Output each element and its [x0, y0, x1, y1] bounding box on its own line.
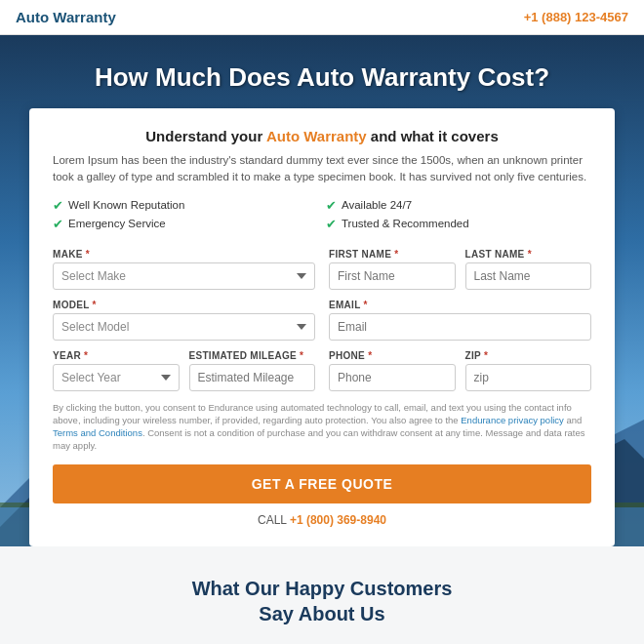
call-section: CALL +1 (800) 369-8940: [53, 513, 591, 527]
consent-text: By clicking the button, you consent to E…: [53, 401, 591, 453]
make-field: MAKE * Select Make: [53, 249, 315, 290]
features-col-right: ✔ Available 24/7 ✔ Trusted & Recommended: [326, 198, 591, 235]
call-number[interactable]: +1 (800) 369-8940: [290, 513, 386, 527]
name-row: FIRST NAME * LAST NAME *: [329, 249, 591, 290]
feature-label-2: Emergency Service: [68, 218, 166, 229]
feature-item-2: ✔ Emergency Service: [53, 217, 318, 231]
mileage-field: ESTIMATED MILEAGE *: [189, 350, 316, 391]
first-name-label: FIRST NAME *: [329, 249, 456, 260]
year-label: YEAR *: [53, 350, 180, 361]
get-quote-button[interactable]: GET A FREE QUOTE: [53, 464, 591, 503]
zip-field: ZIP *: [465, 350, 592, 391]
feature-label-3: Available 24/7: [342, 199, 412, 211]
last-name-label: LAST NAME *: [465, 249, 592, 260]
logo: Auto Warranty: [16, 9, 116, 25]
first-name-field: FIRST NAME *: [329, 249, 456, 290]
check-icon-2: ✔: [53, 217, 63, 231]
email-input[interactable]: [329, 313, 591, 341]
year-mileage-row: YEAR * Select Year ESTIMATED MILEAGE *: [53, 350, 315, 391]
check-icon-1: ✔: [53, 198, 63, 213]
last-name-field: LAST NAME *: [465, 249, 592, 290]
features-list: ✔ Well Known Reputation ✔ Emergency Serv…: [53, 198, 591, 235]
year-select[interactable]: Select Year: [53, 364, 180, 391]
email-label: EMAIL *: [329, 300, 591, 310]
form-right-col: FIRST NAME * LAST NAME *: [329, 249, 591, 401]
testimonials-section: What Our Happy CustomersSay About Us ★ ★…: [0, 546, 644, 644]
make-row: MAKE * Select Make: [53, 249, 315, 290]
year-field: YEAR * Select Year: [53, 350, 180, 391]
email-row: EMAIL *: [329, 300, 591, 341]
last-name-input[interactable]: [465, 262, 592, 290]
phone-field: PHONE *: [329, 350, 456, 391]
make-label: MAKE *: [53, 249, 315, 260]
terms-link[interactable]: Terms and Conditions: [53, 427, 142, 438]
hero-title: How Much Does Auto Warranty Cost?: [95, 62, 549, 93]
testimonials-title: What Our Happy CustomersSay About Us: [29, 576, 615, 626]
hero-section: How Much Does Auto Warranty Cost? Unders…: [0, 35, 644, 546]
feature-label-1: Well Known Reputation: [68, 199, 184, 211]
mileage-input[interactable]: [189, 364, 316, 391]
model-row: MODEL * Select Model: [53, 300, 315, 341]
make-select[interactable]: Select Make: [53, 262, 315, 290]
feature-item-1: ✔ Well Known Reputation: [53, 198, 318, 213]
quote-form-card: Understand your Auto Warranty and what i…: [29, 108, 615, 546]
zip-label: ZIP *: [465, 350, 592, 361]
feature-item-3: ✔ Available 24/7: [326, 198, 591, 213]
features-col-left: ✔ Well Known Reputation ✔ Emergency Serv…: [53, 198, 318, 235]
form-card-title: Understand your Auto Warranty and what i…: [53, 128, 591, 144]
feature-label-4: Trusted & Recommended: [342, 218, 469, 229]
first-name-input[interactable]: [329, 262, 456, 290]
header-phone[interactable]: +1 (888) 123-4567: [524, 10, 628, 24]
phone-zip-row: PHONE * ZIP *: [329, 350, 591, 391]
email-field: EMAIL *: [329, 300, 591, 341]
header: Auto Warranty +1 (888) 123-4567: [0, 0, 644, 35]
phone-input[interactable]: [329, 364, 456, 391]
model-label: MODEL *: [53, 300, 315, 310]
check-icon-3: ✔: [326, 198, 337, 213]
form-card-description: Lorem Ipsum has been the industry's stan…: [53, 152, 591, 186]
form-left-col: MAKE * Select Make MODEL * Sele: [53, 249, 315, 401]
zip-input[interactable]: [465, 364, 592, 391]
feature-item-4: ✔ Trusted & Recommended: [326, 217, 591, 231]
privacy-link[interactable]: Endurance privacy policy: [461, 415, 564, 425]
check-icon-4: ✔: [326, 217, 337, 231]
call-prefix: CALL: [258, 513, 290, 527]
model-field: MODEL * Select Model: [53, 300, 315, 341]
mileage-label: ESTIMATED MILEAGE *: [189, 350, 316, 361]
model-select[interactable]: Select Model: [53, 313, 315, 341]
phone-label: PHONE *: [329, 350, 456, 361]
